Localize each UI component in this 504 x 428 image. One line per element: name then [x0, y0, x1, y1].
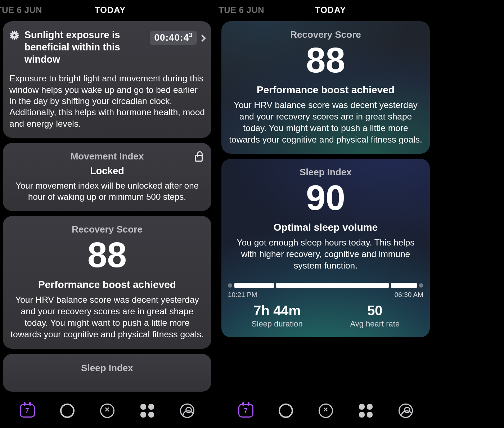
sleep-end-time: 06:30 AM [395, 291, 423, 299]
sunlight-card[interactable]: Sunlight exposure is beneficial within t… [3, 21, 211, 138]
movement-locked: Locked [9, 166, 205, 177]
nav-apps[interactable] [357, 402, 375, 420]
lock-icon [195, 155, 203, 162]
movement-title: Movement Index [71, 151, 144, 162]
recovery-headline: Performance boost achieved [228, 84, 423, 96]
sleep-dot-start [228, 283, 232, 288]
sleep-title-stub: Sleep Index [81, 362, 133, 374]
recovery-headline: Performance boost achieved [9, 279, 205, 290]
sleep-dot-end [419, 283, 423, 288]
recovery-card-left[interactable]: Recovery Score 88 Performance boost achi… [3, 216, 211, 348]
bottom-nav: 7 [219, 393, 433, 428]
chevron-right-icon[interactable] [199, 35, 206, 42]
sun-loading-icon [9, 31, 19, 41]
nav-calendar[interactable]: 7 [237, 402, 255, 420]
sleep-headline: Optimal sleep volume [228, 222, 423, 233]
sleep-timeline: 10:21 PM 06:30 AM 7h 44m Sleep duration … [228, 283, 423, 329]
main-scroll[interactable]: Sunlight exposure is beneficial within t… [0, 20, 214, 393]
movement-card[interactable]: Movement Index Locked Your movement inde… [3, 143, 211, 211]
recovery-title: Recovery Score [290, 29, 361, 40]
sleep-body: You got enough sleep hours today. This h… [228, 237, 423, 271]
status-today: TODAY [315, 5, 346, 15]
sleep-start-time: 10:21 PM [228, 291, 257, 299]
recovery-body: Your HRV balance score was decent yester… [228, 99, 423, 145]
status-bar: TUE 6 JUN TODAY [219, 0, 433, 20]
nav-ring[interactable] [277, 402, 295, 420]
sunlight-body: Exposure to bright light and movement du… [9, 73, 205, 129]
sleep-title: Sleep Index [300, 167, 352, 178]
recovery-card-right[interactable]: Recovery Score 88 Performance boost achi… [221, 21, 430, 154]
sleep-segment [234, 283, 274, 288]
status-today: TODAY [95, 5, 126, 15]
main-scroll[interactable]: Recovery Score 88 Performance boost achi… [219, 20, 433, 393]
sleep-segment [276, 283, 389, 288]
sleep-card-stub[interactable]: Sleep Index [3, 354, 211, 392]
sleep-card[interactable]: Sleep Index 90 Optimal sleep volume You … [221, 159, 430, 337]
movement-desc: Your movement index will be unlocked aft… [9, 180, 205, 202]
sleep-score: 90 [228, 180, 423, 215]
nav-profile[interactable] [178, 402, 196, 420]
recovery-body: Your HRV balance score was decent yester… [9, 294, 205, 340]
nav-apps[interactable] [138, 402, 156, 420]
nav-profile[interactable] [397, 402, 415, 420]
recovery-score: 88 [228, 42, 423, 78]
status-bar: TUE 6 JUN TODAY [0, 0, 214, 20]
status-date: TUE 6 JUN [0, 5, 42, 15]
nav-ring[interactable] [58, 402, 76, 420]
recovery-title: Recovery Score [72, 224, 143, 235]
sleep-segment [391, 283, 417, 288]
sleep-duration-value: 7h 44m [252, 303, 303, 319]
bottom-nav: 7 [0, 393, 214, 428]
nav-supplements[interactable] [317, 402, 335, 420]
status-date: TUE 6 JUN [219, 5, 264, 15]
sleep-duration-label: Sleep duration [252, 319, 303, 329]
nav-calendar[interactable]: 7 [18, 402, 36, 420]
recovery-score: 88 [9, 237, 205, 272]
sleep-hr-label: Avg heart rate [350, 319, 400, 329]
sunlight-timer: 00:40:43 [150, 31, 197, 45]
sleep-hr-value: 50 [350, 303, 400, 319]
sunlight-title: Sunlight exposure is beneficial within t… [24, 29, 145, 66]
nav-supplements[interactable] [98, 402, 116, 420]
